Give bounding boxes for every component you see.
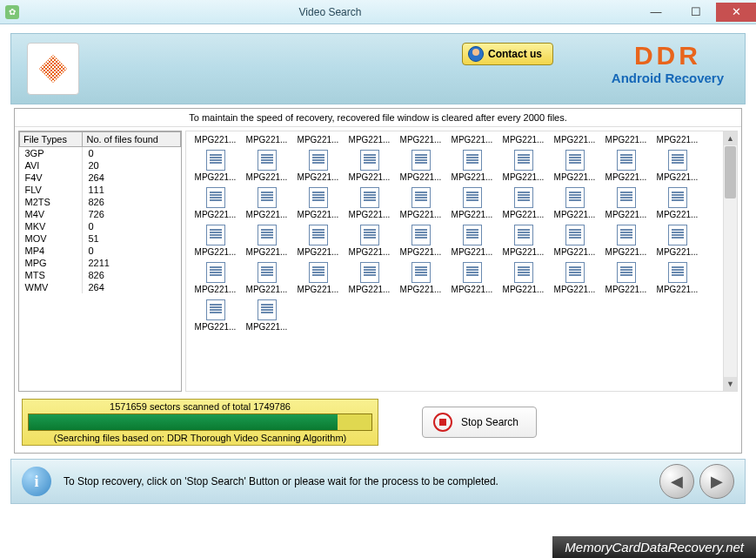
file-type-row[interactable]: MKV0 xyxy=(20,220,181,232)
file-icon xyxy=(565,225,585,245)
close-button[interactable]: ✕ xyxy=(716,3,756,22)
recovered-file-item[interactable]: MPG221... xyxy=(549,150,600,182)
recovered-file-item[interactable]: MPG221... xyxy=(292,135,344,145)
recovered-file-item[interactable]: MPG221... xyxy=(190,299,241,332)
recovered-file-item[interactable]: MPG221... xyxy=(600,135,652,145)
recovered-file-item[interactable]: MPG221... xyxy=(344,150,395,182)
recovered-file-item[interactable]: MPG221... xyxy=(190,262,241,294)
recovered-file-item[interactable]: MPG221... xyxy=(652,187,703,219)
file-type-row[interactable]: WMV264 xyxy=(20,281,181,293)
recovered-file-item[interactable]: MPG221... xyxy=(549,187,600,219)
recovered-file-item[interactable]: MPG221... xyxy=(498,225,549,257)
brand-subtitle: Android Recovery xyxy=(612,71,724,85)
recovered-file-item[interactable]: MPG221... xyxy=(241,135,292,145)
file-icon xyxy=(411,225,431,245)
scroll-up-icon[interactable]: ▲ xyxy=(724,131,737,145)
recovered-file-item[interactable]: MPG221... xyxy=(446,150,498,182)
scrollbar[interactable]: ▲ ▼ xyxy=(723,131,737,391)
file-icon xyxy=(258,299,277,320)
file-type-row[interactable]: M2TS826 xyxy=(20,196,181,208)
recovered-file-item[interactable]: MPG221... xyxy=(292,187,344,219)
file-type-row[interactable]: MTS826 xyxy=(20,269,181,281)
recovered-file-item[interactable]: MPG221... xyxy=(190,135,241,145)
recovered-file-item[interactable]: MPG221... xyxy=(395,187,446,219)
file-type-row[interactable]: F4V264 xyxy=(20,171,181,184)
recovered-file-item[interactable]: MPG221... xyxy=(395,225,446,257)
recovered-file-item[interactable]: MPG221... xyxy=(395,150,446,182)
recovered-file-item[interactable]: MPG221... xyxy=(549,262,600,294)
back-button[interactable]: ◀ xyxy=(659,464,694,499)
recovered-file-item[interactable]: MPG221... xyxy=(652,135,703,145)
recovered-file-item[interactable]: MPG221... xyxy=(498,150,549,182)
file-icon xyxy=(309,187,328,208)
file-icon xyxy=(617,262,636,283)
recovered-file-item[interactable]: MPG221... xyxy=(446,262,498,294)
recovered-file-item[interactable]: MPG221... xyxy=(652,150,703,182)
recovered-file-item[interactable]: MPG221... xyxy=(292,150,344,182)
footer-bar: i To Stop recovery, click on 'Stop Searc… xyxy=(10,459,746,504)
file-icon xyxy=(565,187,585,208)
recovered-file-item[interactable]: MPG221... xyxy=(292,262,344,294)
contact-us-button[interactable]: Contact us xyxy=(462,43,553,65)
recovered-file-item[interactable]: MPG221... xyxy=(600,150,652,182)
file-type-row[interactable]: MOV51 xyxy=(20,232,181,245)
minimize-button[interactable]: — xyxy=(636,3,676,22)
recovered-file-item[interactable]: MPG221... xyxy=(344,135,395,145)
recovered-file-item[interactable]: MPG221... xyxy=(498,262,549,294)
recovered-file-item[interactable]: MPG221... xyxy=(190,187,241,219)
recovered-file-item[interactable]: MPG221... xyxy=(241,262,292,294)
file-icon xyxy=(668,225,687,245)
recovered-file-item[interactable]: MPG221... xyxy=(344,187,395,219)
file-icon xyxy=(206,150,225,171)
stop-search-button[interactable]: Stop Search xyxy=(422,407,537,438)
recovered-file-item[interactable]: MPG221... xyxy=(344,262,395,294)
file-icon xyxy=(514,187,533,208)
recovered-file-item[interactable]: MPG221... xyxy=(241,187,292,219)
next-button[interactable]: ▶ xyxy=(699,464,734,499)
recovered-file-item[interactable]: MPG221... xyxy=(292,225,344,257)
brand-title: DDR xyxy=(612,41,724,71)
watermark: MemoryCardDataRecovery.net xyxy=(552,536,756,558)
file-type-row[interactable]: AVI20 xyxy=(20,159,181,171)
recovered-file-item[interactable]: MPG221... xyxy=(549,135,600,145)
recovered-file-item[interactable]: MPG221... xyxy=(395,135,446,145)
recovered-file-item[interactable]: MPG221... xyxy=(190,150,241,182)
info-icon: i xyxy=(22,467,51,496)
recovered-file-item[interactable]: MPG221... xyxy=(498,187,549,219)
recovered-file-item[interactable]: MPG221... xyxy=(344,225,395,257)
file-types-table: File Types No. of files found 3GP0AVI20F… xyxy=(18,131,182,392)
recovered-file-item[interactable]: MPG221... xyxy=(190,225,241,257)
recovered-file-item[interactable]: MPG221... xyxy=(600,225,652,257)
recovered-file-item[interactable]: MPG221... xyxy=(241,299,292,332)
recovered-file-item[interactable]: MPG221... xyxy=(241,150,292,182)
file-count-header[interactable]: No. of files found xyxy=(83,132,181,147)
recovered-file-item[interactable]: MPG221... xyxy=(241,225,292,257)
file-icon xyxy=(565,262,585,283)
scroll-down-icon[interactable]: ▼ xyxy=(724,377,737,391)
stop-icon xyxy=(433,413,452,432)
recovered-file-item[interactable]: MPG221... xyxy=(600,187,652,219)
file-type-row[interactable]: MPG2211 xyxy=(20,257,181,269)
recovered-file-item[interactable]: MPG221... xyxy=(446,135,498,145)
footer-tip: To Stop recovery, click on 'Stop Search'… xyxy=(64,475,498,487)
contact-label: Contact us xyxy=(488,48,542,60)
recovered-file-item[interactable]: MPG221... xyxy=(652,225,703,257)
recovered-files-grid[interactable]: MPG221...MPG221...MPG221...MPG221...MPG2… xyxy=(185,131,738,392)
file-type-row[interactable]: MP40 xyxy=(20,245,181,257)
file-icon xyxy=(463,262,482,283)
file-type-row[interactable]: FLV111 xyxy=(20,184,181,196)
recovered-file-item[interactable]: MPG221... xyxy=(498,135,549,145)
recovered-file-item[interactable]: MPG221... xyxy=(549,225,600,257)
recovered-file-item[interactable]: MPG221... xyxy=(395,262,446,294)
file-icon xyxy=(463,225,482,245)
maximize-button[interactable]: ☐ xyxy=(676,3,716,22)
file-type-row[interactable]: M4V726 xyxy=(20,208,181,220)
recovered-file-item[interactable]: MPG221... xyxy=(446,225,498,257)
recovered-file-item[interactable]: MPG221... xyxy=(446,187,498,219)
file-types-header[interactable]: File Types xyxy=(20,132,83,147)
recovered-file-item[interactable]: MPG221... xyxy=(652,262,703,294)
scroll-thumb[interactable] xyxy=(725,146,736,198)
file-type-row[interactable]: 3GP0 xyxy=(20,147,181,160)
file-icon xyxy=(258,187,277,208)
recovered-file-item[interactable]: MPG221... xyxy=(600,262,652,294)
